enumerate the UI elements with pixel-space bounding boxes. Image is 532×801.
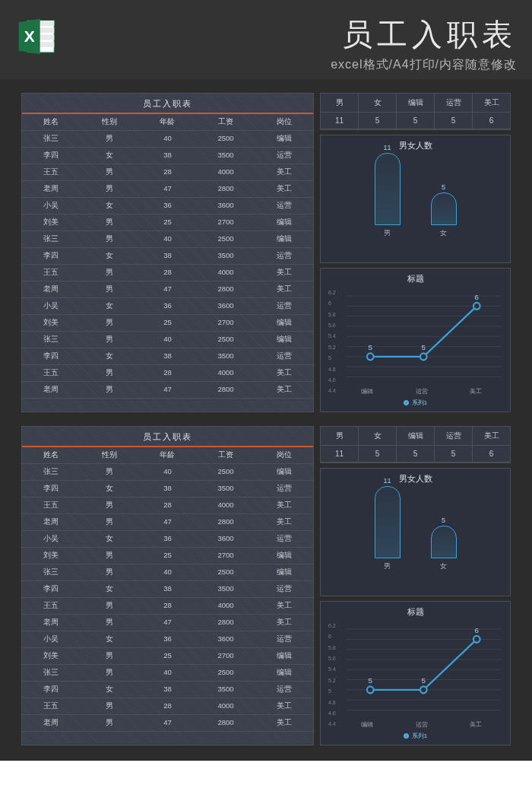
summary-table: 男 女 编辑 运营 美工 11 5 5 5 6 xyxy=(320,93,511,130)
table-cell: 2500 xyxy=(197,564,255,580)
summary-val: 5 xyxy=(397,113,435,129)
table-cell: 小吴 xyxy=(22,198,81,214)
table-cell: 4000 xyxy=(197,164,255,180)
svg-point-33 xyxy=(473,636,480,643)
table-cell: 美工 xyxy=(255,164,313,180)
svg-text:5: 5 xyxy=(422,343,426,351)
table-cell: 男 xyxy=(81,548,139,564)
table-cell: 男 xyxy=(81,315,139,331)
table-cell: 运营 xyxy=(255,631,313,647)
table-row: 刘美男252700编辑 xyxy=(22,315,313,332)
bar-label: 男 xyxy=(384,228,391,238)
table-row: 老周男472800美工 xyxy=(22,514,313,531)
table-cell: 编辑 xyxy=(255,315,313,331)
bar-male xyxy=(375,153,401,225)
table-cell: 3500 xyxy=(197,248,255,264)
table-row: 小吴女363600运营 xyxy=(22,531,313,548)
table-cell: 40 xyxy=(138,564,197,580)
table-cell: 女 xyxy=(81,581,139,597)
table-row: 王五男284000美工 xyxy=(22,164,313,181)
bar-value: 11 xyxy=(383,477,391,485)
table-cell: 男 xyxy=(81,497,139,513)
table-cell: 男 xyxy=(81,231,139,247)
page-title: 员工入职表 xyxy=(71,14,517,56)
table-cell: 40 xyxy=(138,231,197,247)
table-cell: 编辑 xyxy=(255,131,313,147)
employee-table: 员工入职表 姓名 性别 年龄 工资 岗位 张三男402500编辑李四女38350… xyxy=(21,426,314,745)
table-cell: 女 xyxy=(81,531,139,547)
table-cell: 张三 xyxy=(22,665,81,681)
table-cell: 运营 xyxy=(255,148,313,164)
table-cell: 25 xyxy=(138,215,197,230)
line-chart: 标题 6.2 6 5.8 5.6 5.4 5.2 5 4.8 4.6 4.4 xyxy=(320,601,511,745)
table-row: 小吴女363600运营 xyxy=(22,198,313,215)
svg-text:X: X xyxy=(24,27,35,45)
table-cell: 张三 xyxy=(22,231,81,247)
table-row: 张三男402500编辑 xyxy=(22,464,313,481)
dashboard-panel: 员工入职表 姓名 性别 年龄 工资 岗位 张三男402500编辑李四女38350… xyxy=(21,426,511,745)
table-cell: 2700 xyxy=(197,215,255,230)
table-row: 刘美男252700编辑 xyxy=(22,215,313,231)
svg-point-18 xyxy=(473,303,480,310)
table-cell: 女 xyxy=(81,298,139,314)
table-cell: 美工 xyxy=(255,715,313,731)
table-cell: 李四 xyxy=(22,348,81,364)
table-row: 张三男402500编辑 xyxy=(22,665,313,682)
table-cell: 2500 xyxy=(197,231,255,247)
summary-head: 编辑 xyxy=(397,427,435,446)
table-cell: 3500 xyxy=(197,148,255,164)
table-row: 张三男402500编辑 xyxy=(22,564,313,581)
table-cell: 运营 xyxy=(255,682,313,698)
summary-val: 5 xyxy=(359,113,397,129)
table-cell: 男 xyxy=(81,164,139,180)
svg-point-17 xyxy=(420,353,427,360)
table-cell: 2700 xyxy=(197,648,255,664)
table-cell: 男 xyxy=(81,564,139,580)
summary-val: 6 xyxy=(473,446,510,462)
table-row: 李四女383500运营 xyxy=(22,682,313,698)
table-row: 老周男472800美工 xyxy=(22,615,313,631)
table-cell: 47 xyxy=(138,382,197,398)
table-cell: 运营 xyxy=(255,248,313,264)
table-cell: 李四 xyxy=(22,248,81,264)
legend-dot-icon xyxy=(404,733,409,739)
table-cell: 男 xyxy=(81,382,139,398)
table-cell: 刘美 xyxy=(22,315,81,331)
table-cell: 编辑 xyxy=(255,231,313,247)
line-chart: 标题 6.2 6 5.8 5.6 5.4 5.2 5 4.8 4.6 4.4 xyxy=(320,268,511,412)
table-cell: 36 xyxy=(138,531,197,547)
table-row: 李四女383500运营 xyxy=(22,248,313,265)
table-cell: 李四 xyxy=(22,481,81,497)
table-cell: 小吴 xyxy=(22,298,81,314)
table-cell: 运营 xyxy=(255,198,313,214)
summary-head: 男 xyxy=(321,427,359,446)
table-row: 李四女383500运营 xyxy=(22,348,313,365)
table-row: 小吴女363600运营 xyxy=(22,298,313,315)
table-cell: 男 xyxy=(81,514,139,530)
table-cell: 2800 xyxy=(197,382,255,398)
table-cell: 男 xyxy=(81,464,139,480)
table-cell: 3500 xyxy=(197,581,255,597)
bar-label: 女 xyxy=(440,561,447,571)
svg-text:5: 5 xyxy=(369,343,373,351)
table-cell: 美工 xyxy=(255,265,313,281)
summary-head: 美工 xyxy=(473,427,510,446)
table-cell: 李四 xyxy=(22,682,81,698)
table-row: 刘美男252700编辑 xyxy=(22,548,313,564)
bar-label: 男 xyxy=(384,561,391,571)
svg-text:5: 5 xyxy=(369,676,373,685)
table-cell: 40 xyxy=(138,665,197,681)
table-row: 李四女383500运营 xyxy=(22,148,313,164)
table-cell: 2800 xyxy=(197,514,255,530)
table-cell: 美工 xyxy=(255,281,313,297)
table-cell: 张三 xyxy=(22,332,81,348)
table-cell: 男 xyxy=(81,665,139,681)
table-title: 员工入职表 xyxy=(22,427,313,447)
table-cell: 运营 xyxy=(255,531,313,547)
table-cell: 女 xyxy=(81,248,139,264)
svg-point-31 xyxy=(367,686,374,693)
table-cell: 3600 xyxy=(197,631,255,647)
table-cell: 刘美 xyxy=(22,548,81,564)
table-cell: 47 xyxy=(138,281,197,297)
table-row: 王五男284000美工 xyxy=(22,698,313,715)
